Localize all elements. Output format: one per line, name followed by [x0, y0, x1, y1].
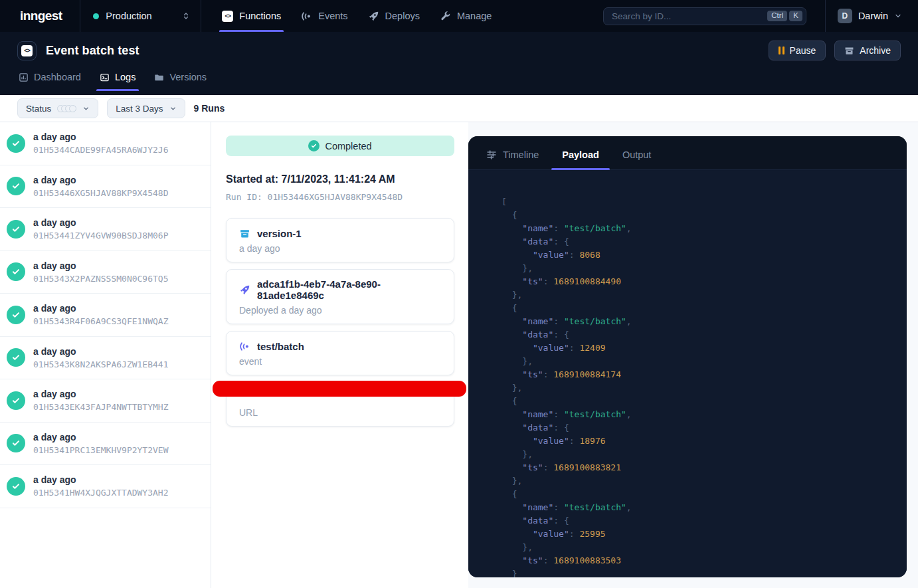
run-id: 01H5341HW4XJQGJXTTADWY3AH2 — [33, 488, 169, 498]
archive-button[interactable]: Archive — [834, 41, 901, 60]
run-list-item[interactable]: a day ago 01H5344CADE99FA45RA6WJY2J6 — [0, 122, 211, 165]
event-card[interactable]: test/batch event — [226, 331, 454, 375]
nav-tab-label: Functions — [239, 11, 281, 21]
nav-tab-functions[interactable]: <> Functions — [212, 0, 291, 32]
nav-tab-manage[interactable]: Manage — [430, 0, 502, 32]
user-name: Darwin — [858, 11, 888, 21]
tab-timeline[interactable]: Timeline — [486, 149, 539, 169]
tab-output[interactable]: Output — [622, 149, 652, 169]
deploy-card-subtitle: Deployed a day ago — [239, 305, 441, 316]
event-card-subtitle: event — [239, 356, 441, 367]
search-input[interactable] — [612, 11, 765, 21]
nav-tab-events[interactable]: Events — [291, 0, 357, 32]
events-icon — [301, 11, 312, 22]
run-id-line: Run ID: 01H53446XG5HJAV88KP9X4548D — [226, 192, 454, 202]
run-summary-panel: Completed Started at: 7/11/2023, 11:41:2… — [211, 122, 468, 588]
check-circle-icon — [7, 477, 25, 496]
nav-divider — [201, 0, 201, 32]
tab-versions[interactable]: Versions — [154, 72, 207, 91]
chevron-down-icon — [82, 105, 90, 112]
nav-tabs: <> Functions Events Deploys Manage — [212, 0, 502, 32]
kbd-ctrl: Ctrl — [767, 11, 787, 22]
check-circle-icon — [308, 140, 320, 151]
avatar: D — [838, 9, 852, 23]
search-bar[interactable]: Ctrl K — [603, 7, 806, 25]
inngest-logo[interactable]: inngest — [0, 9, 80, 23]
payload-viewer[interactable]: [ { "name": "test/batch", "data": { "val… — [468, 170, 907, 577]
environment-label: Production — [106, 11, 175, 21]
check-circle-icon — [7, 348, 25, 367]
run-detail-panel: Timeline Payload Output [ { "name": "tes… — [468, 136, 907, 577]
run-id: 01H5343K8N2AKSPA6JZW1EB441 — [33, 359, 169, 369]
run-time: a day ago — [33, 260, 169, 271]
tab-dashboard[interactable]: Dashboard — [19, 72, 81, 91]
redaction-bar — [213, 381, 466, 397]
run-list-item[interactable]: a day ago 01H5343X2PAZNSSSM0N0C96TQ5 — [0, 251, 211, 294]
run-id: 01H5344CADE99FA45RA6WJY2J6 — [33, 145, 169, 155]
unfold-chevron-icon — [182, 12, 190, 20]
status-badge-label: Completed — [325, 141, 371, 151]
page-title: Event batch test — [46, 44, 139, 58]
detail-region: Timeline Payload Output [ { "name": "tes… — [468, 122, 918, 588]
deploy-card[interactable]: adca1f1b-4eb7-4a7a-8e90-81ade1e8469c Dep… — [226, 269, 454, 324]
run-id: 01H53441ZYV4GVW90BSDJ8M06P — [33, 231, 169, 241]
tab-payload[interactable]: Payload — [562, 149, 599, 169]
wrench-icon — [440, 11, 451, 22]
run-list-item[interactable]: a day ago 01H5343K8N2AKSPA6JZW1EB441 — [0, 337, 211, 380]
environment-status-dot — [93, 13, 99, 19]
pause-button-label: Pause — [790, 45, 816, 56]
time-range-dropdown[interactable]: Last 3 Days — [107, 98, 185, 118]
pause-icon — [779, 47, 784, 54]
detail-tab-label: Output — [622, 149, 652, 160]
deploy-card-title: adca1f1b-4eb7-4a7a-8e90-81ade1e8469c — [257, 278, 441, 301]
logs-icon — [100, 72, 110, 82]
run-list-item[interactable]: a day ago 01H53446XG5HJAV88KP9X4548D — [0, 165, 211, 209]
tab-logs[interactable]: Logs — [100, 72, 136, 91]
check-circle-icon — [7, 220, 25, 239]
run-time: a day ago — [33, 346, 169, 357]
folder-icon — [154, 72, 164, 82]
archive-button-label: Archive — [860, 45, 891, 56]
tab-label: Versions — [169, 72, 207, 82]
status-circles-icon — [57, 105, 76, 112]
payload-json: [ { "name": "test/batch", "data": { "val… — [502, 195, 893, 577]
version-card-subtitle: a day ago — [239, 243, 441, 254]
status-filter-label: Status — [26, 104, 51, 114]
pause-button[interactable]: Pause — [769, 41, 826, 60]
nav-tab-label: Manage — [457, 11, 492, 21]
run-list-item[interactable]: a day ago 01H5343R4F06A9CS3QFE1NWQAZ — [0, 294, 211, 337]
run-list-item[interactable]: a day ago 01H5341PRC13EMKHV9P2YT2VEW — [0, 423, 211, 466]
kbd-k: K — [789, 11, 802, 22]
version-card-title: version-1 — [257, 228, 302, 239]
functions-icon: <> — [222, 11, 233, 22]
check-circle-icon — [7, 391, 25, 410]
chevron-down-icon — [169, 105, 177, 112]
run-list-item[interactable]: a day ago 01H5341HW4XJQGJXTTADWY3AH2 — [0, 465, 211, 508]
started-at: Started at: 7/11/2023, 11:41:24 AM — [226, 173, 454, 185]
run-list-item[interactable]: a day ago 01H5343EK43FAJP4NWTTBTYMHZ — [0, 379, 211, 423]
check-circle-icon — [7, 434, 25, 452]
run-time: a day ago — [33, 389, 169, 399]
nav-tab-label: Events — [318, 11, 347, 21]
sliders-icon — [486, 149, 497, 160]
environment-selector[interactable]: Production — [80, 11, 201, 21]
function-header: <> Event batch test Pause Archive Dashbo… — [0, 32, 918, 95]
event-icon — [239, 341, 250, 352]
main-content: a day ago 01H5344CADE99FA45RA6WJY2J6 a d… — [0, 122, 918, 588]
run-list-item[interactable]: a day ago 01H53441ZYV4GVW90BSDJ8M06P — [0, 208, 211, 251]
filter-bar: Status Last 3 Days 9 Runs — [0, 95, 918, 122]
status-filter-dropdown[interactable]: Status — [17, 98, 98, 118]
nav-tab-deploys[interactable]: Deploys — [358, 0, 430, 32]
detail-tabs: Timeline Payload Output — [468, 136, 907, 170]
event-card-title: test/batch — [257, 341, 304, 352]
chevron-down-icon — [894, 12, 902, 20]
run-time: a day ago — [33, 303, 169, 314]
detail-tab-label: Timeline — [503, 149, 539, 160]
user-menu[interactable]: D Darwin — [826, 9, 918, 23]
run-id: 01H5343X2PAZNSSSM0N0C96TQ5 — [33, 274, 169, 284]
nav-tab-label: Deploys — [385, 11, 420, 21]
status-badge: Completed — [226, 136, 454, 156]
version-card[interactable]: version-1 a day ago — [226, 218, 454, 262]
runs-list: a day ago 01H5344CADE99FA45RA6WJY2J6 a d… — [0, 122, 211, 588]
run-id: 01H53446XG5HJAV88KP9X4548D — [33, 188, 169, 198]
